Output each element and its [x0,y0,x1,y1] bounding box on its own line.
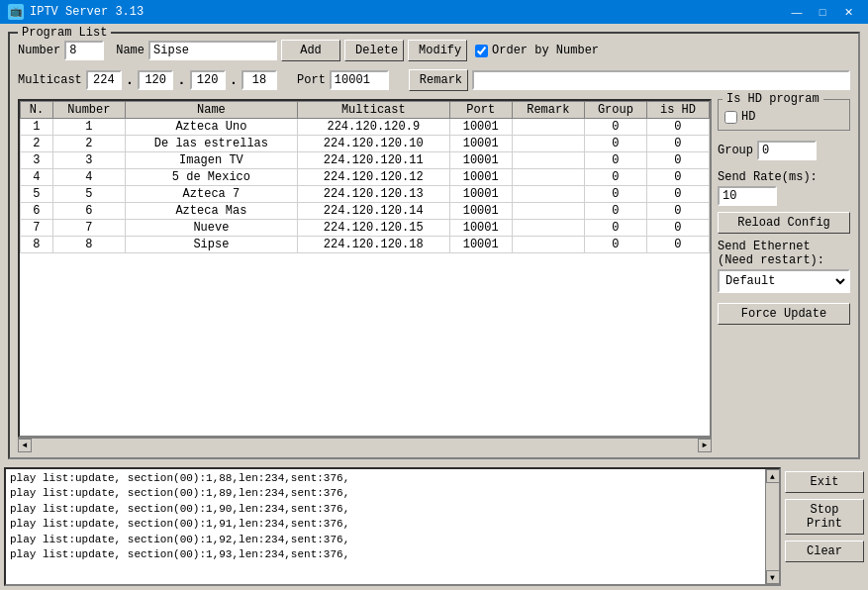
multicast-label: Multicast [18,73,82,87]
log-line: play list:update, section(00):1,89,len:2… [10,486,775,501]
table-row[interactable]: 66Azteca Mas224.120.120.141000100 [21,203,710,220]
group-input[interactable] [757,141,817,160]
horizontal-scrollbar[interactable]: ◄ ► [18,438,712,451]
log-scrollbar[interactable]: ▲ ▼ [765,469,779,584]
table-row[interactable]: 33Imagen TV224.120.120.111000100 [21,152,710,169]
multicast-3-input[interactable] [190,70,226,90]
scroll-up-button[interactable]: ▲ [766,469,780,483]
table-row[interactable]: 445 de Mexico224.120.120.121000100 [21,169,710,186]
hd-label: HD [741,110,755,124]
multicast-2-input[interactable] [138,70,173,90]
table-header: N.NumberNameMulticastPortRemarkGroupis H… [21,102,710,119]
column-header-remark: Remark [512,102,584,119]
right-panel: Is HD program HD Group Send Ra [712,99,850,451]
maximize-button[interactable]: □ [811,3,834,21]
remark-input[interactable] [472,70,850,90]
log-line: play list:update, section(00):1,90,len:2… [10,502,775,517]
order-by-number-label: Order by Number [492,44,599,57]
send-ethernet-label: Send Ethernet [718,240,850,253]
column-header-n-: N. [21,102,53,119]
title-bar: 📺 IPTV Server 3.13 — □ ✕ [0,0,868,24]
close-button[interactable]: ✕ [836,3,860,21]
order-by-number-checkbox[interactable] [475,45,488,57]
log-line: play list:update, section(00):1,92,len:2… [10,533,775,547]
hd-checkbox[interactable] [724,111,737,124]
program-list-label: Program List [18,26,111,40]
add-button[interactable]: Add [281,40,340,61]
multicast-1-input[interactable] [86,70,122,90]
table-body: 11Azteca Uno224.120.120.9100010022De las… [21,119,710,253]
scroll-down-button[interactable]: ▼ [766,570,780,584]
number-label: Number [18,44,60,57]
modify-button[interactable]: Modify [408,40,467,61]
force-update-button[interactable]: Force Update [718,303,850,325]
log-line: play list:update, section(00):1,88,len:2… [10,471,775,486]
table-row[interactable]: 55Azteca 7224.120.120.131000100 [21,186,710,203]
table-row[interactable]: 88Sipse224.120.120.181000100 [21,237,710,253]
number-input[interactable] [64,41,104,60]
table-row[interactable]: 77Nueve224.120.120.151000100 [21,220,710,237]
column-header-number: Number [52,102,125,119]
bottom-right-buttons: Exit Stop Print Clear [785,467,864,586]
log-line: play list:update, section(00):1,93,len:2… [10,547,775,562]
log-area: play list:update, section(00):1,88,len:2… [4,467,781,586]
column-header-port: Port [449,102,512,119]
scroll-track[interactable] [32,439,698,452]
send-rate-label: Send Rate(ms): [718,170,850,184]
delete-button[interactable]: Delete [344,40,404,61]
group-label: Group [718,144,753,157]
clear-button[interactable]: Clear [785,541,864,562]
column-header-name: Name [125,102,297,119]
port-label: Port [297,73,326,87]
ethernet-select[interactable]: Default [718,269,850,293]
hd-group: Is HD program HD [718,99,850,131]
scrollbar-track [766,483,780,570]
scroll-left-button[interactable]: ◄ [18,439,32,452]
scroll-right-button[interactable]: ► [698,439,712,452]
minimize-button[interactable]: — [785,3,809,21]
send-rate-input[interactable] [718,186,777,206]
multicast-4-input[interactable] [241,70,277,90]
reload-config-button[interactable]: Reload Config [718,212,850,234]
remark-button[interactable]: Remark [409,69,468,91]
app-icon: 📺 [8,4,24,20]
log-content: play list:update, section(00):1,88,len:2… [6,469,779,564]
table-row[interactable]: 11Azteca Uno224.120.120.91000100 [21,119,710,136]
stop-print-button[interactable]: Stop Print [785,499,864,535]
send-ethernet-section: Send Ethernet (Need restart): Default [718,240,850,293]
name-label: Name [116,44,145,57]
port-input[interactable] [330,70,389,90]
name-input[interactable] [148,41,277,60]
is-hd-label: Is HD program [723,92,823,106]
exit-button[interactable]: Exit [785,471,864,493]
log-line: play list:update, section(00):1,91,len:2… [10,517,775,532]
table-row[interactable]: 22De las estrellas224.120.120.101000100 [21,136,710,152]
need-restart-label: (Need restart): [718,253,850,267]
column-header-multicast: Multicast [297,102,449,119]
column-header-group: Group [584,102,646,119]
app-title: IPTV Server 3.13 [30,5,144,19]
send-rate-section: Send Rate(ms): [718,170,850,206]
column-header-is-hd: is HD [646,102,709,119]
